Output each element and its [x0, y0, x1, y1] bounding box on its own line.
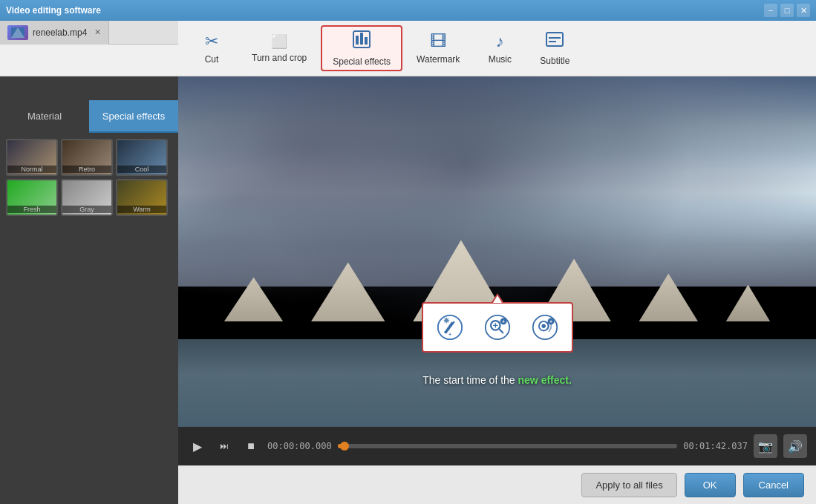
effect-popup: + — [422, 302, 573, 353]
video-area: + — [178, 76, 816, 504]
effect-box: + — [422, 302, 573, 353]
add-effect-button[interactable]: + — [432, 310, 468, 345]
effect-thumb-6[interactable]: Warm — [116, 179, 168, 216]
apply-all-button[interactable]: Apply to all files — [581, 473, 676, 497]
effect-thumb-2[interactable]: Retro — [61, 139, 113, 176]
cancel-button[interactable]: Cancel — [743, 473, 804, 497]
subtitle-icon — [546, 30, 564, 53]
effects-grid: Normal Retro Cool Fresh Gray — [0, 133, 178, 222]
file-close-button[interactable]: ✕ — [94, 27, 101, 37]
svg-rect-3 — [356, 36, 359, 45]
main-area: Material Special effects Normal Retro — [0, 76, 816, 504]
time-current: 00:00:00.000 — [267, 441, 332, 451]
watermark-label: Watermark — [417, 54, 460, 65]
music-icon: ♪ — [496, 32, 504, 51]
app-title: Video editing software — [6, 5, 101, 16]
progress-thumb[interactable] — [340, 442, 349, 451]
effect-thumb-5[interactable]: Gray — [61, 179, 113, 216]
mound-1 — [224, 277, 284, 321]
special-effects-tab[interactable]: Special effects — [89, 100, 178, 133]
playback-controls: ▶ ⏭ ■ 00:00:00.000 00:01:42.037 📷 🔊 — [178, 427, 816, 465]
volume-button[interactable]: 🔊 — [783, 434, 807, 458]
title-bar: Video editing software − □ ✕ — [0, 0, 816, 21]
special-effects-button[interactable]: Special effects — [321, 25, 402, 71]
watermark-icon: 🎞 — [430, 32, 446, 51]
sidebar: Material Special effects Normal Retro — [0, 76, 178, 504]
maximize-button[interactable]: □ — [780, 4, 794, 17]
time-total: 00:01:42.037 — [683, 441, 748, 451]
screenshot-button[interactable]: 📷 — [754, 434, 777, 458]
svg-rect-5 — [365, 37, 368, 45]
start-time-message: The start time of the new effect. — [422, 374, 572, 386]
cut-button[interactable]: ✂ Cut — [186, 25, 238, 71]
special-effects-icon — [352, 30, 371, 53]
sidebar-tabs: Material Special effects — [0, 100, 178, 133]
file-name: reneelab.mp4 — [33, 27, 87, 38]
step-forward-button[interactable]: ⏭ — [214, 436, 235, 456]
progress-bar[interactable] — [338, 444, 678, 448]
turn-crop-button[interactable]: ⬜ Turn and crop — [241, 25, 318, 71]
action-bar: Apply to all files OK Cancel — [178, 465, 816, 504]
effect-thumb-4[interactable]: Fresh — [6, 179, 58, 216]
window-controls: − □ ✕ — [764, 4, 810, 17]
svg-text:+: + — [502, 319, 505, 324]
turn-crop-label: Turn and crop — [252, 53, 307, 63]
svg-text:+: + — [549, 319, 552, 324]
minimize-button[interactable]: − — [764, 4, 777, 17]
mound-5 — [639, 273, 698, 321]
mound-6 — [725, 284, 770, 321]
effect-thumb-1[interactable]: Normal — [6, 139, 58, 176]
cut-icon: ✂ — [205, 32, 218, 51]
effect-popup-inner: + — [422, 302, 573, 353]
watermark-button[interactable]: 🎞 Watermark — [405, 25, 471, 71]
close-button[interactable]: ✕ — [797, 4, 810, 17]
zoom-effect-button[interactable]: + — [480, 310, 515, 345]
music-button[interactable]: ♪ Music — [474, 25, 526, 71]
sidebar-content: Normal Retro Cool Fresh Gray — [0, 133, 178, 504]
svg-rect-6 — [546, 33, 563, 46]
play-button[interactable]: ▶ — [187, 436, 208, 456]
audio-effect-button[interactable]: + — [527, 310, 563, 345]
crop-icon: ⬜ — [271, 33, 287, 50]
file-tab[interactable]: reneelab.mp4 ✕ — [0, 21, 109, 45]
svg-point-23 — [541, 324, 545, 328]
music-label: Music — [489, 54, 512, 65]
svg-point-14 — [485, 315, 509, 339]
subtitle-button[interactable]: Subtitle — [529, 25, 581, 71]
video-preview: + — [178, 76, 816, 427]
special-effects-label: Special effects — [333, 56, 391, 67]
stop-button[interactable]: ■ — [241, 436, 261, 456]
cut-label: Cut — [205, 54, 219, 65]
main-toolbar: reneelab.mp4 ✕ ✂ Cut ⬜ Turn and crop Spe… — [0, 21, 816, 76]
popup-arrow-inner — [493, 295, 502, 303]
file-thumbnail — [7, 25, 28, 40]
ok-button[interactable]: OK — [685, 473, 736, 497]
material-tab[interactable]: Material — [0, 100, 89, 133]
subtitle-label: Subtitle — [540, 56, 569, 66]
svg-rect-4 — [360, 33, 363, 45]
svg-point-12 — [444, 331, 446, 333]
effect-thumb-3[interactable]: Cool — [116, 139, 168, 176]
svg-text:+: + — [448, 332, 451, 337]
mound-2 — [311, 262, 385, 321]
